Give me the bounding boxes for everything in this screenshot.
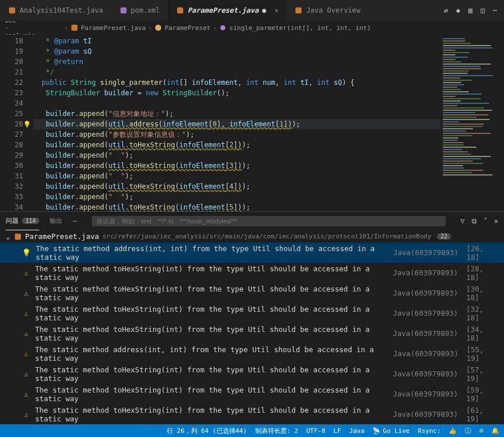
filter-icon[interactable]: ▽ xyxy=(461,217,465,225)
code-line[interactable]: builder.append(util.toHexString(infoElem… xyxy=(33,140,440,150)
problem-source: Java(603979893) xyxy=(393,248,458,257)
tab-label: pom.xml xyxy=(131,6,160,14)
problem-location: [55, 19] xyxy=(466,345,498,363)
java-file-icon xyxy=(14,233,22,241)
code-line[interactable]: builder.append(" "); xyxy=(33,192,440,202)
code-line[interactable]: StringBuilder builder = new StringBuilde… xyxy=(33,88,440,98)
editor-tab[interactable]: Analysis104Test.java xyxy=(0,0,111,20)
problem-row[interactable]: ⚠The static method toHexString(int) from… xyxy=(0,364,504,384)
problems-list: ⌄ ParamePreset.java src/refer/java/iec_a… xyxy=(0,230,504,424)
copy-icon[interactable]: ⧉ xyxy=(472,217,477,225)
code-line[interactable]: builder.append("参数设置对象信息值："); xyxy=(33,129,440,140)
editor-tab[interactable]: pom.xml xyxy=(111,0,169,20)
problems-file-name: ParamePreset.java xyxy=(25,232,99,241)
problem-location: [30, 18] xyxy=(466,285,498,302)
problem-row[interactable]: ⚠The static method address(int, int) fro… xyxy=(0,343,504,364)
problem-location: [57, 19] xyxy=(466,365,498,383)
xml-icon xyxy=(120,6,128,14)
breadcrumb-file[interactable]: ParamePreset.java xyxy=(81,24,146,32)
problem-location: [32, 18] xyxy=(466,305,498,322)
tab-problems[interactable]: 问题 114 xyxy=(6,212,39,230)
problem-message: The static method toHexString(int) from … xyxy=(35,406,389,423)
line-gutter: 181920212223242526💡2728293031323334 xyxy=(0,35,33,211)
split-icon[interactable]: ▥ xyxy=(468,6,472,14)
breadcrumb-segment[interactable]: iec xyxy=(5,21,62,24)
code-line[interactable]: */ xyxy=(33,67,440,77)
java-icon xyxy=(176,6,184,14)
breadcrumb-class[interactable]: ParamePreset xyxy=(165,24,210,32)
code-line[interactable]: builder.append(util.address(infoElement[… xyxy=(33,119,440,129)
code-line[interactable]: * @param tI xyxy=(33,36,440,46)
problem-row[interactable]: ⚠The static method toHexString(int) from… xyxy=(0,323,504,343)
run-icon[interactable]: ◆ xyxy=(456,6,460,14)
status-cursor[interactable]: 行 26，列 64 (已选择44) xyxy=(167,427,247,435)
collapse-icon[interactable]: ˄ xyxy=(484,217,487,225)
editor-tab[interactable]: ParamePreset.java●✕ xyxy=(168,0,286,20)
problem-location: [59, 19] xyxy=(466,386,498,403)
problem-row[interactable]: ⚠The static method toHexString(int) from… xyxy=(0,303,504,323)
status-tabsize[interactable]: 制表符长度: 2 xyxy=(255,427,298,435)
tab-label: Analysis104Test.java xyxy=(20,6,103,14)
problem-row[interactable]: ⚠The static method toHexString(int) from… xyxy=(0,263,504,283)
code-line[interactable]: * @return xyxy=(33,57,440,67)
code-line[interactable]: builder.append(util.toHexString(infoElem… xyxy=(33,160,440,171)
problem-location: [26, 18] xyxy=(466,244,498,262)
close-icon[interactable]: ✕ xyxy=(274,6,278,14)
status-language[interactable]: Java xyxy=(349,427,365,435)
code-line[interactable]: builder.append(" "); xyxy=(33,150,440,160)
problem-source: Java(603979893) xyxy=(393,410,458,419)
problem-row[interactable]: 💡The static method address(int, int) fro… xyxy=(0,242,504,263)
problem-row[interactable]: ⚠The static method toHexString(int) from… xyxy=(0,404,504,424)
tab-output[interactable]: 输出 xyxy=(50,216,62,225)
problem-location: [61, 19] xyxy=(466,406,498,423)
breadcrumb[interactable]: va › com › iec › analysis › protocol101 … xyxy=(0,21,504,35)
tab-label: Java Overview xyxy=(306,6,360,14)
code-line[interactable]: builder.append(util.toHexString(infoElem… xyxy=(33,181,440,192)
status-info-icon[interactable]: ⓘ xyxy=(465,427,471,435)
code-line[interactable]: builder.append(util.toHexString(infoElem… xyxy=(33,202,440,211)
problems-file-row[interactable]: ⌄ ParamePreset.java src/refer/java/iec_a… xyxy=(0,230,504,242)
close-panel-icon[interactable]: ✕ xyxy=(494,217,498,225)
svg-rect-0 xyxy=(9,7,16,13)
panel-filter xyxy=(92,216,445,226)
problem-source: Java(603979893) xyxy=(393,268,458,277)
filter-input[interactable] xyxy=(92,216,445,226)
problem-message: The static method toHexString(int) from … xyxy=(35,386,389,403)
compare-icon[interactable]: ⇄ xyxy=(444,6,448,14)
problem-row[interactable]: ⚠The static method toHexString(int) from… xyxy=(0,283,504,303)
chevron-down-icon[interactable]: ⌄ xyxy=(6,232,10,241)
minimap[interactable] xyxy=(440,35,504,211)
code-editor[interactable]: 181920212223242526💡2728293031323334 * @p… xyxy=(0,35,504,211)
more-icon[interactable]: ⋯ xyxy=(493,6,497,14)
lightbulb-icon: 💡 xyxy=(22,248,31,257)
status-eol[interactable]: LF xyxy=(334,427,341,435)
code-line[interactable] xyxy=(33,98,440,109)
problem-row[interactable]: ⚠The static method toHexString(int) from… xyxy=(0,384,504,404)
code-content[interactable]: * @param tI * @param sQ * @return */publ… xyxy=(33,35,440,211)
editor-tab[interactable]: Java Overview xyxy=(286,0,368,20)
problem-message: The static method toHexString(int) from … xyxy=(35,325,389,342)
warning-icon: ⚠ xyxy=(22,268,31,277)
breadcrumb-method[interactable]: single_parmeter(int[], int, int, int) xyxy=(229,24,371,32)
panel-more-icon[interactable]: ⋯ xyxy=(73,217,77,225)
lightbulb-icon[interactable]: 💡 xyxy=(23,119,31,130)
status-golive[interactable]: 📡Go Live xyxy=(372,427,409,435)
status-bell-icon[interactable]: 🔔 xyxy=(491,427,499,435)
layout-icon[interactable]: ◫ xyxy=(481,6,485,14)
code-line[interactable]: * @param sQ xyxy=(33,46,440,57)
code-line[interactable]: public String single_parmeter(int[] info… xyxy=(33,77,440,88)
tab-label: ParamePreset.java xyxy=(188,6,259,14)
problems-file-count: 22 xyxy=(437,233,451,240)
java-icon xyxy=(8,6,16,14)
warning-icon: ⚠ xyxy=(22,349,31,358)
status-rsync[interactable]: Rsync: xyxy=(418,427,441,435)
warning-icon: ⚠ xyxy=(22,329,31,338)
problem-message: The static method toHexString(int) from … xyxy=(35,264,389,282)
status-encoding[interactable]: UTF-8 xyxy=(306,427,325,435)
code-line[interactable]: builder.append(" "); xyxy=(33,171,440,181)
status-feedback-icon[interactable]: ☺ xyxy=(479,427,483,435)
code-line[interactable]: builder.append("信息对象地址："); xyxy=(33,109,440,119)
status-thumbsup-icon[interactable]: 👍 xyxy=(449,427,457,435)
problem-source: Java(603979893) xyxy=(393,329,458,338)
bottom-panel: 问题 114 输出 ⋯ ▽ ⧉ ˄ ✕ ⌄ ParamePreset.java … xyxy=(0,211,504,424)
